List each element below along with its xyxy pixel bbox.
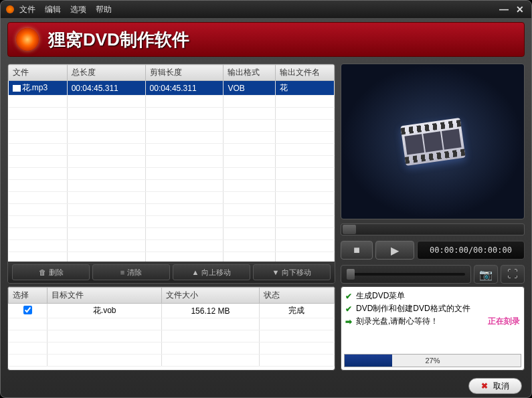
check-icon: ✔ bbox=[345, 304, 352, 314]
app-title: 狸窝DVD制作软件 bbox=[48, 28, 189, 52]
cancel-button[interactable]: ✖ 取消 bbox=[468, 378, 522, 394]
title-bar: 文件 编辑 选项 帮助 — ✕ bbox=[1, 1, 531, 18]
media-icon bbox=[13, 85, 21, 92]
cell-status: 完成 bbox=[259, 304, 334, 318]
move-up-button[interactable]: ▲向上移动 bbox=[173, 264, 250, 280]
time-display: 00:00:00/00:00:00 bbox=[417, 241, 525, 260]
film-icon bbox=[400, 118, 465, 166]
progress-bar: 27% bbox=[344, 354, 521, 367]
col-file[interactable]: 文件 bbox=[9, 65, 68, 81]
expand-icon: ⛶ bbox=[507, 268, 518, 280]
progress-text: 27% bbox=[345, 355, 521, 367]
play-icon: ▶ bbox=[391, 244, 399, 257]
play-button[interactable]: ▶ bbox=[375, 241, 414, 260]
video-preview[interactable] bbox=[341, 64, 525, 219]
col-status[interactable]: 状态 bbox=[259, 288, 334, 304]
menu-options[interactable]: 选项 bbox=[70, 4, 86, 15]
file-toolbar: 🗑删除 ≡清除 ▲向上移动 ▼向下移动 bbox=[8, 262, 335, 283]
fullscreen-button[interactable]: ⛶ bbox=[501, 265, 525, 284]
col-output-name[interactable]: 输出文件名 bbox=[276, 65, 335, 81]
cell-file: 花.mp3 bbox=[22, 83, 48, 92]
output-table[interactable]: 选择 目标文件 文件大小 状态 花.vob 156.12 MB 完成 bbox=[8, 287, 335, 367]
snapshot-button[interactable]: 📷 bbox=[474, 265, 498, 284]
cell-clip-length: 00:04:45.311 bbox=[145, 81, 224, 96]
status-text-3: 刻录光盘,请耐心等待！ bbox=[356, 316, 438, 327]
arrow-right-icon: ➡ bbox=[345, 317, 352, 326]
cancel-x-icon: ✖ bbox=[481, 381, 488, 391]
col-size[interactable]: 文件大小 bbox=[161, 288, 259, 304]
col-clip-length[interactable]: 剪辑长度 bbox=[145, 65, 224, 81]
clear-icon: ≡ bbox=[120, 268, 124, 276]
row-checkbox[interactable] bbox=[23, 306, 32, 314]
cancel-label: 取消 bbox=[493, 381, 509, 392]
clear-button[interactable]: ≡清除 bbox=[92, 264, 170, 280]
check-icon: ✔ bbox=[345, 292, 352, 301]
close-button[interactable]: ✕ bbox=[514, 3, 526, 15]
move-down-button[interactable]: ▼向下移动 bbox=[253, 264, 331, 280]
col-output-format[interactable]: 输出格式 bbox=[224, 65, 276, 81]
footer: ✖ 取消 bbox=[1, 375, 531, 397]
stop-icon: ■ bbox=[353, 244, 360, 256]
menu-file[interactable]: 文件 bbox=[19, 4, 35, 15]
minimize-button[interactable]: — bbox=[498, 3, 510, 15]
col-total-length[interactable]: 总长度 bbox=[67, 65, 145, 81]
delete-button[interactable]: 🗑删除 bbox=[12, 264, 90, 280]
seek-bar[interactable] bbox=[341, 223, 525, 235]
banner: 狸窝DVD制作软件 bbox=[7, 22, 525, 57]
cell-total-length: 00:04:45.311 bbox=[67, 81, 145, 96]
cell-output-format: VOB bbox=[224, 81, 276, 96]
table-row[interactable]: 花.mp3 00:04:45.311 00:04:45.311 VOB 花 bbox=[9, 81, 335, 96]
menu-help[interactable]: 帮助 bbox=[96, 4, 112, 15]
status-text-1: 生成DVD菜单 bbox=[356, 290, 405, 302]
app-logo bbox=[16, 28, 39, 51]
table-row[interactable]: 花.vob 156.12 MB 完成 bbox=[9, 304, 335, 318]
cell-size: 156.12 MB bbox=[161, 304, 259, 318]
status-text-2: DVD制作和创建DVD格式的文件 bbox=[356, 303, 470, 314]
file-list-pane: 文件 总长度 剪辑长度 输出格式 输出文件名 花.mp3 00:04:45.31… bbox=[7, 64, 335, 284]
app-icon bbox=[6, 5, 14, 13]
stop-button[interactable]: ■ bbox=[341, 241, 373, 260]
arrow-up-icon: ▲ bbox=[192, 268, 199, 276]
menu-edit[interactable]: 编辑 bbox=[45, 4, 61, 15]
slider-knob[interactable] bbox=[347, 269, 355, 280]
seek-knob[interactable] bbox=[343, 225, 356, 234]
camera-icon: 📷 bbox=[479, 268, 493, 281]
file-table[interactable]: 文件 总长度 剪辑长度 输出格式 输出文件名 花.mp3 00:04:45.31… bbox=[8, 64, 335, 262]
preview-pane: ■ ▶ 00:00:00/00:00:00 📷 ⛶ bbox=[341, 64, 525, 284]
output-table-pane: 选择 目标文件 文件大小 状态 花.vob 156.12 MB 完成 bbox=[7, 286, 335, 371]
cell-target: 花.vob bbox=[48, 304, 161, 318]
col-target[interactable]: 目标文件 bbox=[48, 288, 161, 304]
col-select[interactable]: 选择 bbox=[9, 288, 48, 304]
volume-slider[interactable] bbox=[341, 265, 471, 284]
delete-icon: 🗑 bbox=[39, 268, 46, 276]
status-panel: ✔生成DVD菜单 ✔DVD制作和创建DVD格式的文件 ➡刻录光盘,请耐心等待！正… bbox=[341, 286, 525, 371]
status-burning: 正在刻录 bbox=[488, 316, 520, 327]
cell-output-name: 花 bbox=[276, 81, 335, 96]
arrow-down-icon: ▼ bbox=[272, 268, 280, 276]
